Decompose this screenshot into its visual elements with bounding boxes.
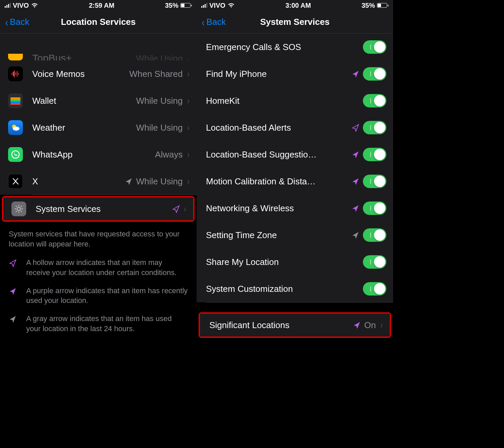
toggle-switch[interactable]	[363, 228, 386, 242]
service-value: On	[364, 320, 376, 330]
toggle-switch[interactable]	[363, 40, 386, 54]
chevron-left-icon: ‹	[202, 16, 205, 28]
signal-icon	[201, 3, 207, 8]
service-row[interactable]: HomeKit	[197, 87, 393, 114]
svg-rect-2	[10, 101, 20, 103]
nav-bar: ‹ Back Location Services	[0, 11, 197, 34]
service-row[interactable]: Location-Based Suggestio…	[197, 141, 393, 168]
clock: 3:00 AM	[235, 2, 362, 9]
wifi-icon	[227, 3, 235, 8]
legend-row-gray: A gray arrow indicates that an item has …	[9, 310, 188, 338]
app-label: Weather	[32, 123, 136, 133]
service-row[interactable]: Share My Location	[197, 249, 393, 275]
right-screenshot: VIVO 3:00 AM 35% ‹ Back System Services …	[197, 0, 393, 448]
page-title: System Services	[197, 17, 393, 27]
app-status: While Using	[136, 96, 183, 106]
chevron-right-icon: ›	[187, 123, 190, 132]
location-arrow-icon	[351, 204, 360, 212]
app-status: While Using	[136, 176, 183, 187]
service-label: Motion Calibration & Dista…	[206, 176, 351, 187]
location-arrow-icon	[351, 150, 360, 159]
chevron-right-icon: ›	[187, 96, 190, 105]
service-row[interactable]: Networking & Wireless	[197, 195, 393, 222]
location-arrow-gray-icon	[9, 315, 17, 333]
highlight-box-system-services: System Services ›	[2, 196, 195, 222]
app-status: When Shared	[129, 69, 183, 79]
app-label: WhatsApp	[32, 149, 155, 160]
app-icon	[8, 174, 23, 189]
toggle-switch[interactable]	[363, 255, 386, 269]
back-button[interactable]: ‹ Back	[201, 16, 226, 28]
location-arrow-icon	[353, 321, 361, 329]
left-screenshot: VIVO 2:59 AM 35% ‹ Back Location Service…	[0, 0, 197, 448]
clock: 2:59 AM	[38, 2, 165, 9]
toggle-switch[interactable]	[363, 201, 386, 215]
toggle-switch[interactable]	[363, 94, 386, 107]
app-row-whatsapp[interactable]: WhatsApp Always ›	[0, 141, 197, 168]
app-icon	[8, 66, 23, 81]
service-row[interactable]: Location-Based Alerts	[197, 114, 393, 141]
service-row[interactable]: Emergency Calls & SOS	[197, 34, 393, 60]
toggle-switch[interactable]	[363, 67, 386, 81]
page-title: Location Services	[0, 17, 197, 27]
svg-point-6	[12, 151, 19, 158]
battery-pct: 35%	[165, 2, 178, 9]
location-arrow-icon	[351, 177, 360, 185]
app-status: Always	[155, 149, 182, 160]
app-label: Wallet	[32, 96, 136, 106]
app-row-topbus[interactable]: TopBus+ While Using ›	[0, 34, 197, 60]
service-label: HomeKit	[206, 96, 363, 106]
app-row-wallet[interactable]: Wallet While Using ›	[0, 87, 197, 114]
service-label: Location-Based Suggestio…	[206, 149, 351, 160]
svg-point-5	[13, 127, 19, 131]
legend: A hollow arrow indicates that an item ma…	[0, 252, 197, 344]
chevron-left-icon: ‹	[5, 16, 8, 28]
svg-rect-0	[10, 97, 20, 99]
service-row[interactable]: Motion Calibration & Dista…	[197, 168, 393, 195]
app-icon	[8, 54, 23, 60]
svg-point-7	[17, 207, 20, 211]
location-arrow-purple-icon	[9, 287, 17, 306]
service-label: Setting Time Zone	[206, 230, 351, 240]
carrier-label: VIVO	[209, 2, 225, 9]
status-bar: VIVO 3:00 AM 35%	[197, 0, 393, 11]
service-row[interactable]: Setting Time Zone	[197, 222, 393, 249]
service-label: Emergency Calls & SOS	[206, 42, 363, 52]
svg-rect-3	[10, 103, 20, 105]
wifi-icon	[31, 3, 38, 8]
significant-locations-row[interactable]: Significant Locations On ›	[200, 314, 390, 337]
back-label: Back	[206, 17, 226, 27]
chevron-right-icon: ›	[187, 150, 190, 159]
system-services-row[interactable]: System Services ›	[3, 197, 193, 220]
legend-row-purple: A purple arrow indicates that an item ha…	[9, 282, 188, 310]
service-row[interactable]: Find My iPhone	[197, 60, 393, 87]
battery-pct: 35%	[362, 2, 375, 9]
app-row-weather[interactable]: Weather While Using ›	[0, 114, 197, 141]
location-arrow-hollow-icon	[9, 259, 17, 277]
chevron-right-icon: ›	[381, 320, 383, 330]
app-row-x[interactable]: X While Using ›	[0, 168, 197, 195]
chevron-right-icon: ›	[184, 204, 186, 214]
app-label: X	[32, 176, 125, 187]
battery-icon	[180, 3, 192, 8]
back-button[interactable]: ‹ Back	[5, 16, 29, 28]
toggle-switch[interactable]	[363, 121, 386, 134]
toggle-switch[interactable]	[363, 175, 386, 188]
svg-rect-1	[10, 99, 20, 101]
app-icon	[8, 120, 23, 135]
back-label: Back	[10, 17, 29, 27]
service-label: Find My iPhone	[206, 69, 351, 79]
location-arrow-gray-icon	[125, 177, 133, 185]
service-row[interactable]: System Customization	[197, 275, 393, 302]
app-icon	[8, 93, 23, 108]
chevron-right-icon: ›	[187, 177, 190, 186]
toggle-switch[interactable]	[363, 148, 386, 161]
nav-bar: ‹ Back System Services	[197, 11, 393, 34]
app-row-voice-memos[interactable]: Voice Memos When Shared ›	[0, 60, 197, 87]
footer-text: System services that have requested acce…	[0, 223, 197, 252]
status-bar: VIVO 2:59 AM 35%	[0, 0, 197, 11]
toggle-switch[interactable]	[363, 282, 386, 296]
app-label: Voice Memos	[32, 69, 129, 79]
location-arrow-icon	[351, 124, 360, 132]
app-icon	[8, 147, 23, 162]
